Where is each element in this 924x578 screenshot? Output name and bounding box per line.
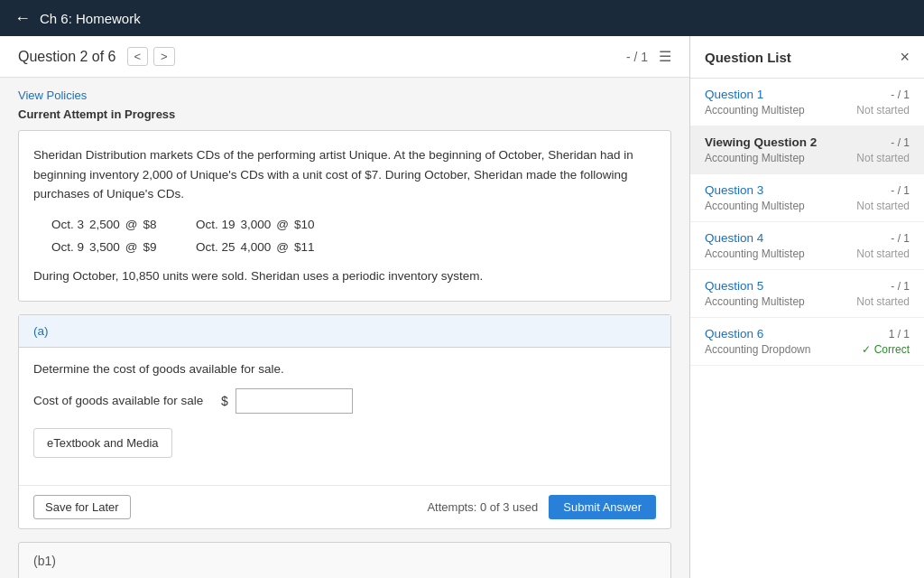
nav-arrows: < >	[127, 47, 175, 66]
right-sidebar: Question List × Question 1 - / 1 Account…	[689, 36, 924, 578]
purchase-date-1: Oct. 3	[51, 215, 84, 235]
purchase-item-3: Oct. 9 3,500 @ $9	[51, 238, 160, 257]
part-a-content: Determine the cost of goods available fo…	[19, 348, 670, 485]
submit-area: Attempts: 0 of 3 used Submit Answer	[427, 495, 656, 519]
problem-text: Sheridan Distribution markets CDs of the…	[33, 145, 656, 204]
dollar-sign: $	[221, 394, 228, 408]
q6-top: Question 6 1 / 1	[705, 327, 910, 340]
main-layout: Question 2 of 6 < > - / 1 ☰ View Policie…	[0, 36, 924, 578]
next-question-button[interactable]: >	[153, 47, 175, 66]
q1-top: Question 1 - / 1	[705, 88, 910, 101]
part-b1-header: (b1)	[19, 543, 670, 578]
q-header-left: Question 2 of 6 < >	[18, 47, 175, 66]
purchase-qty-1: 2,500	[89, 215, 120, 235]
q5-score: - / 1	[891, 280, 910, 293]
q2-top: Viewing Question 2 - / 1	[705, 135, 910, 149]
q2-score: - / 1	[891, 136, 910, 149]
etextbook-button[interactable]: eTextbook and Media	[33, 428, 172, 458]
q1-bottom: Accounting Multistep Not started	[705, 104, 910, 117]
top-nav: ← Ch 6: Homework	[0, 0, 924, 36]
content-area: View Policies Current Attempt in Progres…	[0, 78, 689, 578]
left-content: Question 2 of 6 < > - / 1 ☰ View Policie…	[0, 36, 689, 578]
q3-name: Question 3	[705, 183, 763, 197]
purchases-row-1: Oct. 3 2,500 @ $8 Oct. 19 3,000 @ $10	[51, 215, 638, 235]
problem-box: Sheridan Distribution markets CDs of the…	[18, 130, 671, 302]
sidebar-item-q2[interactable]: Viewing Question 2 - / 1 Accounting Mult…	[690, 126, 924, 174]
purchase-at-1: @	[125, 215, 138, 235]
q3-bottom: Accounting Multistep Not started	[705, 200, 910, 212]
sidebar-item-q4[interactable]: Question 4 - / 1 Accounting Multistep No…	[690, 222, 924, 270]
close-sidebar-button[interactable]: ×	[900, 49, 910, 65]
cost-input-row: Cost of goods available for sale $	[33, 388, 656, 414]
purchase-qty-2: 3,000	[241, 215, 272, 235]
q5-top: Question 5 - / 1	[705, 279, 910, 293]
part-a-header: (a)	[19, 315, 670, 348]
q1-name: Question 1	[705, 88, 763, 101]
cost-input-label: Cost of goods available for sale	[33, 394, 214, 407]
q4-score: - / 1	[891, 232, 910, 245]
purchase-at-4: @	[276, 238, 289, 257]
purchase-price-1: $8	[143, 215, 157, 235]
purchase-price-3: $9	[143, 238, 157, 257]
sidebar-title: Question List	[705, 50, 791, 65]
purchase-qty-3: 3,500	[89, 238, 120, 257]
q-header-right: - / 1 ☰	[626, 48, 671, 65]
q5-bottom: Accounting Multistep Not started	[705, 295, 910, 308]
sidebar-item-q5[interactable]: Question 5 - / 1 Accounting Multistep No…	[690, 270, 924, 318]
part-a-box: (a) Determine the cost of goods availabl…	[18, 314, 671, 529]
back-button[interactable]: ←	[14, 9, 31, 28]
q4-bottom: Accounting Multistep Not started	[705, 247, 910, 260]
sidebar-item-q6[interactable]: Question 6 1 / 1 Accounting Dropdown ✓ C…	[690, 318, 924, 366]
q2-name: Viewing Question 2	[705, 135, 817, 149]
question-header: Question 2 of 6 < > - / 1 ☰	[0, 36, 689, 78]
q4-status: Not started	[856, 247, 910, 260]
purchase-date-2: Oct. 19	[196, 215, 236, 235]
purchase-at-3: @	[125, 238, 138, 257]
q1-type: Accounting Multistep	[705, 104, 805, 117]
during-text: During October, 10,850 units were sold. …	[33, 266, 656, 286]
sidebar-header: Question List ×	[690, 36, 924, 79]
purchases-row-2: Oct. 9 3,500 @ $9 Oct. 25 4,000 @ $11	[51, 238, 638, 257]
q4-top: Question 4 - / 1	[705, 231, 910, 245]
q6-score: 1 / 1	[889, 328, 910, 340]
question-list-icon[interactable]: ☰	[659, 48, 671, 65]
purchase-price-4: $11	[294, 238, 315, 257]
q3-status: Not started	[856, 200, 910, 212]
question-title: Question 2 of 6	[18, 49, 116, 65]
q6-status: ✓ Correct	[862, 343, 910, 356]
submit-answer-button[interactable]: Submit Answer	[549, 495, 656, 519]
view-policies-link[interactable]: View Policies	[18, 89, 671, 102]
q1-score: - / 1	[891, 89, 910, 101]
purchase-price-2: $10	[294, 215, 315, 235]
cost-answer-input[interactable]	[236, 388, 353, 414]
part-b1-box: (b1) The parts of this question must be …	[18, 542, 671, 578]
q6-name: Question 6	[705, 327, 763, 340]
q6-bottom: Accounting Dropdown ✓ Correct	[705, 343, 910, 356]
purchase-item-2: Oct. 19 3,000 @ $10	[196, 215, 315, 235]
save-for-later-button[interactable]: Save for Later	[33, 495, 131, 519]
q5-name: Question 5	[705, 279, 763, 293]
q3-type: Accounting Multistep	[705, 200, 805, 212]
purchase-qty-4: 4,000	[241, 238, 272, 257]
purchase-item-1: Oct. 3 2,500 @ $8	[51, 215, 160, 235]
q2-status: Not started	[856, 152, 910, 164]
q4-type: Accounting Multistep	[705, 247, 805, 260]
q3-score: - / 1	[891, 184, 910, 197]
purchases-table: Oct. 3 2,500 @ $8 Oct. 19 3,000 @ $10	[51, 215, 638, 257]
q6-type: Accounting Dropdown	[705, 343, 810, 356]
part-a-instruction: Determine the cost of goods available fo…	[33, 362, 656, 376]
question-score: - / 1	[626, 50, 648, 64]
purchase-at-2: @	[276, 215, 289, 235]
q5-status: Not started	[856, 295, 910, 308]
purchase-date-4: Oct. 25	[196, 238, 236, 257]
q2-type: Accounting Multistep	[705, 152, 805, 164]
purchase-date-3: Oct. 9	[51, 238, 84, 257]
q5-type: Accounting Multistep	[705, 295, 805, 308]
q3-top: Question 3 - / 1	[705, 183, 910, 197]
part-a-footer: Save for Later Attempts: 0 of 3 used Sub…	[19, 485, 670, 528]
sidebar-item-q3[interactable]: Question 3 - / 1 Accounting Multistep No…	[690, 174, 924, 222]
attempts-text: Attempts: 0 of 3 used	[427, 500, 538, 514]
nav-title: Ch 6: Homework	[40, 11, 141, 26]
sidebar-item-q1[interactable]: Question 1 - / 1 Accounting Multistep No…	[690, 79, 924, 126]
prev-question-button[interactable]: <	[127, 47, 149, 66]
